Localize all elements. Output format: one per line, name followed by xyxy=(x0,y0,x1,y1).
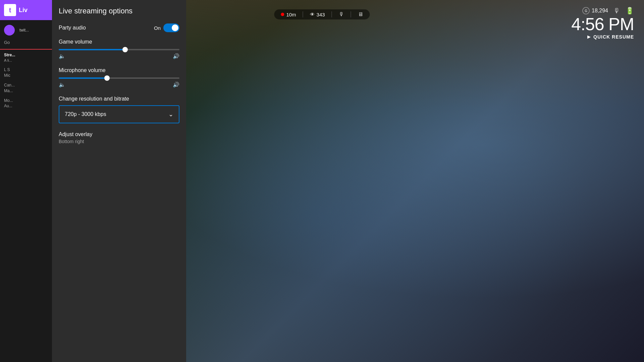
sidebar-item-stream[interactable]: Stre... A li... xyxy=(0,49,52,65)
hud-score-value: 18,294 xyxy=(592,8,608,14)
volume-low-icon: 🔈 xyxy=(59,53,65,59)
battery-icon: 🔋 xyxy=(626,7,634,15)
sidebar-content: twit... Go Stre... A li... L S Mic Can..… xyxy=(0,20,52,362)
twitch-logo: t xyxy=(4,4,16,16)
chevron-down-icon: ⌄ xyxy=(168,111,173,118)
party-audio-label: Party audio xyxy=(59,25,86,31)
game-volume-slider-container xyxy=(59,49,179,50)
party-audio-toggle-group: On xyxy=(154,23,179,32)
hud-divider-2 xyxy=(332,11,332,17)
sidebar-item-settings3[interactable]: Mo... Au... xyxy=(0,96,52,111)
quick-resume-button[interactable]: ▶ QUICK RESUME xyxy=(571,34,634,40)
resolution-label: Change resolution and bitrate xyxy=(59,96,179,102)
mic-volume-high-icon: 🔊 xyxy=(173,81,179,88)
hud-views: 👁 343 xyxy=(310,12,325,17)
sidebar: t Liv twit... Go Stre... A li... L S Mic… xyxy=(0,0,52,362)
hud-mic-icon: 🎙 xyxy=(339,11,344,17)
overlay-sublabel: Bottom right xyxy=(59,139,179,144)
mic-volume-icons: 🔈 🔊 xyxy=(59,81,179,88)
game-volume-fill xyxy=(59,49,125,50)
hud-monitor-icon: 🖥 xyxy=(358,11,363,17)
volume-high-icon: 🔊 xyxy=(173,53,179,59)
party-audio-row: Party audio On xyxy=(59,23,179,32)
hud-divider-1 xyxy=(303,11,303,17)
eye-icon: 👁 xyxy=(310,12,315,17)
hud-live-indicator: 10m xyxy=(281,12,296,17)
mic-volume-track xyxy=(59,77,179,79)
hud-view-count: 343 xyxy=(317,12,325,17)
sidebar-item-go[interactable]: Go xyxy=(0,38,52,48)
live-dot xyxy=(281,13,284,16)
avatar xyxy=(4,25,15,36)
mic-volume-fill xyxy=(59,77,107,79)
sidebar-item-channel[interactable]: twit... xyxy=(0,23,52,38)
sidebar-item-settings2[interactable]: Can... Ma... xyxy=(0,80,52,96)
mic-volume-label: Microphone volume xyxy=(59,67,179,73)
hud-divider-3 xyxy=(351,11,351,17)
g-score-group: G 18,294 xyxy=(582,7,608,14)
settings-panel: Live streaming options Party audio On Ga… xyxy=(52,0,186,362)
resolution-section: Change resolution and bitrate 720p - 300… xyxy=(59,96,179,123)
mic-volume-section: Microphone volume 🔈 🔊 xyxy=(59,67,179,88)
mic-volume-slider-container xyxy=(59,77,179,79)
hud-top-right: G 18,294 🎙 🔋 4:56 PM ▶ QUICK RESUME xyxy=(571,7,634,40)
game-volume-track xyxy=(59,49,179,50)
clock-time: 4:56 PM xyxy=(571,15,634,33)
resolution-dropdown[interactable]: 720p - 3000 kbps ⌄ xyxy=(59,105,179,123)
hud-score-row: G 18,294 🎙 🔋 xyxy=(571,7,634,15)
hud-mic-status-icon: 🎙 xyxy=(613,7,620,15)
hud-top-bar: 10m 👁 343 🎙 🖥 xyxy=(274,9,370,19)
game-volume-label: Game volume xyxy=(59,39,179,45)
game-volume-icons: 🔈 🔊 xyxy=(59,53,179,59)
mic-volume-thumb[interactable] xyxy=(104,75,110,81)
sidebar-go-label: Go xyxy=(4,40,10,45)
sidebar-title: Liv xyxy=(19,7,28,14)
sidebar-channel-name: twit... xyxy=(19,27,29,33)
panel-title: Live streaming options xyxy=(59,7,179,15)
party-audio-toggle[interactable] xyxy=(163,23,179,32)
game-volume-thumb[interactable] xyxy=(122,47,128,52)
hud-duration: 10m xyxy=(286,12,296,17)
sidebar-header: t Liv xyxy=(0,0,52,20)
overlay-section: Adjust overlay Bottom right xyxy=(59,131,179,144)
toggle-on-label: On xyxy=(154,25,161,31)
mic-volume-low-icon: 🔈 xyxy=(59,81,65,88)
play-icon: ▶ xyxy=(587,35,591,39)
resolution-value: 720p - 3000 kbps xyxy=(65,111,106,117)
g-badge: G xyxy=(582,7,590,14)
quick-resume-label: QUICK RESUME xyxy=(593,34,634,40)
sidebar-item-settings1[interactable]: L S Mic xyxy=(0,65,52,80)
overlay-label: Adjust overlay xyxy=(59,131,179,137)
game-volume-section: Game volume 🔈 🔊 xyxy=(59,39,179,59)
